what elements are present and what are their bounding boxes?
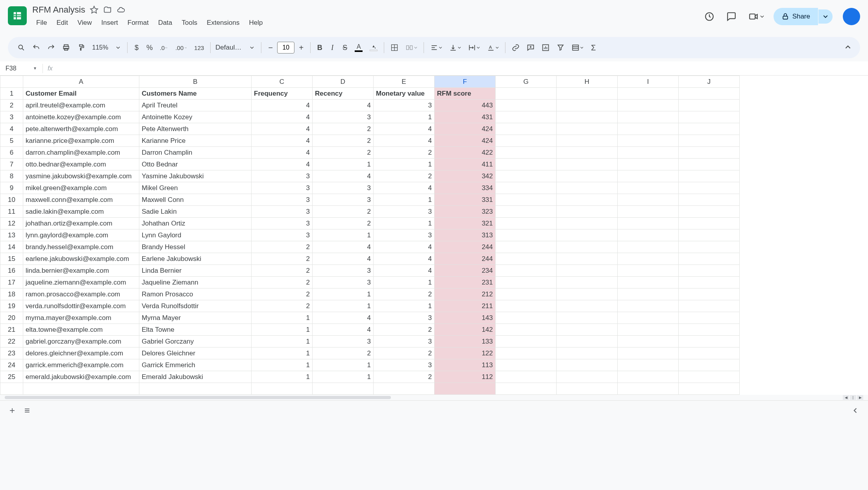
row-header-1[interactable]: 1 [0, 88, 23, 100]
select-all-corner[interactable] [0, 76, 23, 88]
paint-format-icon[interactable] [74, 41, 88, 55]
row-header-5[interactable]: 5 [0, 135, 23, 147]
cell-B25[interactable]: Emerald Jakubowski [139, 371, 252, 383]
cell-H3[interactable] [557, 111, 618, 123]
cell-I9[interactable] [618, 182, 679, 194]
menu-extensions[interactable]: Extensions [203, 17, 243, 29]
cell-J13[interactable] [679, 229, 740, 241]
row-header-7[interactable]: 7 [0, 159, 23, 170]
cell-F17[interactable]: 231 [435, 277, 496, 288]
account-avatar[interactable] [843, 8, 860, 25]
cell-D18[interactable]: 1 [313, 288, 374, 300]
cell-F14[interactable]: 244 [435, 241, 496, 253]
cell-H16[interactable] [557, 265, 618, 277]
cell-E1[interactable]: Monetary value [374, 88, 435, 100]
cell-H7[interactable] [557, 159, 618, 170]
cell-I25[interactable] [618, 371, 679, 383]
cell-J12[interactable] [679, 218, 740, 229]
cell-I3[interactable] [618, 111, 679, 123]
cell-E12[interactable]: 1 [374, 218, 435, 229]
cell-C13[interactable]: 3 [252, 229, 313, 241]
cell-A8[interactable]: yasmine.jakubowski@example.com [23, 170, 139, 182]
comments-icon[interactable] [724, 9, 739, 24]
cell-F11[interactable]: 323 [435, 206, 496, 218]
cell-J6[interactable] [679, 147, 740, 159]
cell-A2[interactable]: april.treutel@example.com [23, 100, 139, 111]
cell-H22[interactable] [557, 336, 618, 348]
cell-F10[interactable]: 331 [435, 194, 496, 206]
cell-F6[interactable]: 422 [435, 147, 496, 159]
cell-I12[interactable] [618, 218, 679, 229]
cell-J16[interactable] [679, 265, 740, 277]
add-sheet-icon[interactable]: + [9, 405, 15, 416]
row-header-2[interactable]: 2 [0, 100, 23, 111]
font-size-input[interactable]: 10 [277, 42, 294, 54]
insert-chart-icon[interactable] [539, 41, 553, 55]
cell-I20[interactable] [618, 312, 679, 324]
cell-J8[interactable] [679, 170, 740, 182]
cell-E23[interactable]: 2 [374, 348, 435, 359]
cell-H19[interactable] [557, 300, 618, 312]
scroll-right-icon[interactable]: ▶ [857, 395, 863, 400]
cell-B9[interactable]: Mikel Green [139, 182, 252, 194]
cell-E8[interactable]: 2 [374, 170, 435, 182]
cell-H13[interactable] [557, 229, 618, 241]
increase-decimal-icon[interactable]: .00→ [172, 41, 190, 54]
cell-H10[interactable] [557, 194, 618, 206]
row-header-10[interactable]: 10 [0, 194, 23, 206]
cell-A9[interactable]: mikel.green@example.com [23, 182, 139, 194]
cell-G3[interactable] [496, 111, 557, 123]
column-header-G[interactable]: G [496, 76, 557, 88]
column-header-D[interactable]: D [313, 76, 374, 88]
cell-G15[interactable] [496, 253, 557, 265]
cell-I5[interactable] [618, 135, 679, 147]
currency-icon[interactable]: $ [131, 41, 143, 55]
row-header-13[interactable]: 13 [0, 229, 23, 241]
cell-empty[interactable] [23, 383, 139, 395]
functions-icon[interactable]: Σ [587, 40, 599, 55]
cell-H17[interactable] [557, 277, 618, 288]
cell-H20[interactable] [557, 312, 618, 324]
row-header-11[interactable]: 11 [0, 206, 23, 218]
cell-B6[interactable]: Darron Champlin [139, 147, 252, 159]
cell-A25[interactable]: emerald.jakubowski@example.com [23, 371, 139, 383]
cell-C4[interactable]: 4 [252, 123, 313, 135]
cell-C10[interactable]: 3 [252, 194, 313, 206]
cell-D23[interactable]: 2 [313, 348, 374, 359]
cell-F3[interactable]: 431 [435, 111, 496, 123]
cell-F23[interactable]: 122 [435, 348, 496, 359]
cell-D5[interactable]: 2 [313, 135, 374, 147]
cell-G19[interactable] [496, 300, 557, 312]
column-header-J[interactable]: J [679, 76, 740, 88]
menu-tools[interactable]: Tools [178, 17, 202, 29]
cell-empty[interactable] [496, 383, 557, 395]
cell-G9[interactable] [496, 182, 557, 194]
cell-J9[interactable] [679, 182, 740, 194]
cell-H4[interactable] [557, 123, 618, 135]
cell-J23[interactable] [679, 348, 740, 359]
cell-A4[interactable]: pete.altenwerth@example.com [23, 123, 139, 135]
cell-I1[interactable] [618, 88, 679, 100]
redo-icon[interactable] [44, 41, 58, 55]
cell-H24[interactable] [557, 359, 618, 371]
cell-I19[interactable] [618, 300, 679, 312]
font-size-decrease-icon[interactable]: − [265, 40, 276, 55]
cell-J19[interactable] [679, 300, 740, 312]
cell-B16[interactable]: Linda Bernier [139, 265, 252, 277]
cell-I16[interactable] [618, 265, 679, 277]
cell-E20[interactable]: 3 [374, 312, 435, 324]
cell-G5[interactable] [496, 135, 557, 147]
cell-H12[interactable] [557, 218, 618, 229]
cell-I14[interactable] [618, 241, 679, 253]
cell-empty[interactable] [435, 383, 496, 395]
cloud-status-icon[interactable] [117, 6, 125, 14]
cell-G11[interactable] [496, 206, 557, 218]
cell-C7[interactable]: 4 [252, 159, 313, 170]
text-color-icon[interactable]: A [352, 40, 366, 55]
row-header-8[interactable]: 8 [0, 170, 23, 182]
cell-F16[interactable]: 234 [435, 265, 496, 277]
cell-F18[interactable]: 212 [435, 288, 496, 300]
cell-D11[interactable]: 2 [313, 206, 374, 218]
zoom-dropdown-icon[interactable] [112, 43, 124, 53]
cell-empty[interactable] [252, 383, 313, 395]
